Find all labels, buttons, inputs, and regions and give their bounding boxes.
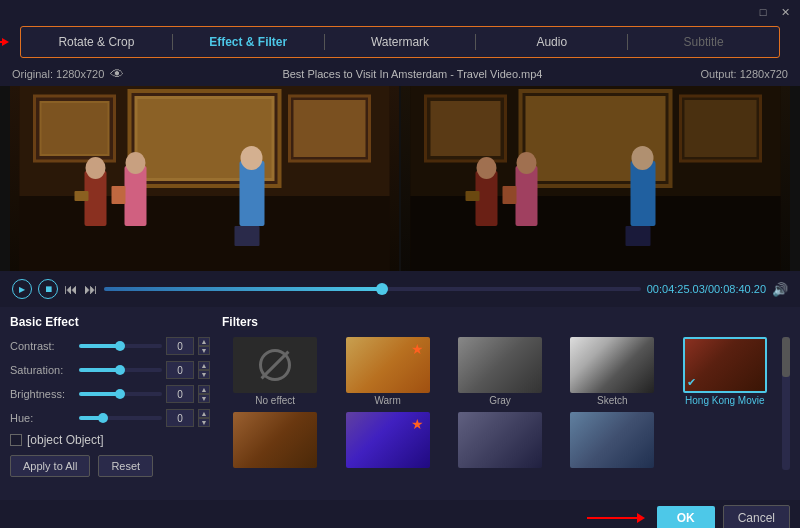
volume-icon[interactable]: 🔊 [772, 282, 788, 297]
r2f2-thumb: ★ [346, 412, 430, 468]
play-button[interactable]: ▶ [12, 279, 32, 299]
filter-r2f2[interactable]: ★ [334, 412, 440, 470]
filter-gray[interactable]: Gray [447, 337, 553, 406]
contrast-slider[interactable] [79, 344, 162, 348]
saturation-down[interactable]: ▼ [198, 370, 210, 379]
svg-rect-14 [125, 166, 147, 226]
svg-rect-10 [20, 196, 390, 271]
no-effect-label: No effect [255, 395, 295, 406]
scroll-thumb[interactable] [782, 337, 790, 377]
gray-label: Gray [489, 395, 511, 406]
progress-thumb [376, 283, 388, 295]
brightness-value[interactable]: 0 [166, 385, 194, 403]
brightness-up[interactable]: ▲ [198, 385, 210, 394]
sketch-label: Sketch [597, 395, 628, 406]
filter-warm[interactable]: ★ Warm [334, 337, 440, 406]
tabs-bar: Rotate & Crop Effect & Filter Watermark … [20, 26, 780, 58]
tab-rotate[interactable]: Rotate & Crop [21, 27, 172, 57]
contrast-thumb [115, 341, 125, 351]
gray-thumb [458, 337, 542, 393]
red-arrow-indicator [0, 38, 9, 46]
r2f4-thumb [570, 412, 654, 468]
brightness-down[interactable]: ▼ [198, 394, 210, 403]
svg-point-18 [241, 146, 263, 170]
contrast-up[interactable]: ▲ [198, 337, 210, 346]
contrast-value[interactable]: 0 [166, 337, 194, 355]
deinterlacing-checkbox[interactable] [10, 434, 22, 446]
original-info: Original: 1280x720 👁 [12, 66, 124, 82]
svg-point-33 [517, 152, 537, 174]
brightness-spinner[interactable]: ▲ ▼ [198, 385, 210, 403]
cancel-button[interactable]: Cancel [723, 505, 790, 528]
hue-up[interactable]: ▲ [198, 409, 210, 418]
filter-r2f1[interactable] [222, 412, 328, 470]
original-video-panel [10, 86, 399, 271]
prev-frame-button[interactable]: ⏮ [64, 281, 78, 297]
saturation-label: Saturation: [10, 364, 75, 376]
hue-slider[interactable] [79, 416, 162, 420]
next-frame-button[interactable]: ⏭ [84, 281, 98, 297]
svg-rect-28 [411, 196, 781, 271]
svg-rect-13 [75, 191, 89, 201]
contrast-down[interactable]: ▼ [198, 346, 210, 355]
brightness-thumb [115, 389, 125, 399]
sketch-thumb [570, 337, 654, 393]
hue-value[interactable]: 0 [166, 409, 194, 427]
scroll-track[interactable] [782, 337, 790, 470]
svg-rect-35 [631, 161, 656, 226]
warm-label: Warm [374, 395, 400, 406]
minimize-button[interactable]: □ [756, 5, 770, 19]
hue-row: Hue: 0 ▲ ▼ [10, 409, 210, 427]
tab-effect[interactable]: Effect & Filter [173, 27, 324, 57]
progress-bar[interactable] [104, 287, 641, 291]
video-info-bar: Original: 1280x720 👁 Best Places to Visi… [0, 62, 800, 86]
filter-r2f3[interactable] [447, 412, 553, 470]
tab-watermark[interactable]: Watermark [325, 27, 476, 57]
svg-point-36 [632, 146, 654, 170]
output-video-panel [401, 86, 790, 271]
filter-r2f4[interactable] [559, 412, 665, 470]
hue-down[interactable]: ▼ [198, 418, 210, 427]
output-video-frame [401, 86, 790, 271]
contrast-spinner[interactable]: ▲ ▼ [198, 337, 210, 355]
r2f1-thumb [233, 412, 317, 468]
filter-no-effect[interactable]: No effect [222, 337, 328, 406]
filters-title: Filters [222, 315, 790, 329]
deinterlacing-label: [object Object] [27, 433, 104, 447]
svg-point-12 [86, 157, 106, 179]
apply-to-all-button[interactable]: Apply to All [10, 455, 90, 477]
hue-label: Hue: [10, 412, 75, 424]
filter-hk-movie[interactable]: ✔ Hong Kong Movie [672, 337, 778, 406]
saturation-up[interactable]: ▲ [198, 361, 210, 370]
filter-sketch[interactable]: Sketch [559, 337, 665, 406]
video-area [0, 86, 800, 271]
svg-rect-32 [516, 166, 538, 226]
reset-button[interactable]: Reset [98, 455, 153, 477]
output-resolution: Output: 1280x720 [701, 68, 788, 80]
svg-rect-17 [240, 161, 265, 226]
stop-button[interactable]: ⏹ [38, 279, 58, 299]
tab-audio[interactable]: Audio [476, 27, 627, 57]
svg-rect-9 [294, 100, 366, 157]
saturation-spinner[interactable]: ▲ ▼ [198, 361, 210, 379]
arrow-head [637, 513, 645, 523]
bottom-panel: Basic Effect Contrast: 0 ▲ ▼ Saturation:… [0, 307, 800, 500]
red-arrow2-indicator [587, 513, 645, 523]
contrast-row: Contrast: 0 ▲ ▼ [10, 337, 210, 355]
saturation-slider[interactable] [79, 368, 162, 372]
svg-point-30 [477, 157, 497, 179]
hue-spinner[interactable]: ▲ ▼ [198, 409, 210, 427]
arrow-line [587, 517, 637, 519]
eye-icon[interactable]: 👁 [110, 66, 124, 82]
warm-star-icon: ★ [411, 341, 424, 357]
close-button[interactable]: ✕ [778, 5, 792, 19]
saturation-value[interactable]: 0 [166, 361, 194, 379]
warm-thumb: ★ [346, 337, 430, 393]
filters-panel: Filters No effect ★ Warm [222, 315, 790, 492]
no-effect-thumb [233, 337, 317, 393]
r2f2-star-icon: ★ [411, 416, 424, 432]
brightness-slider[interactable] [79, 392, 162, 396]
ok-button[interactable]: OK [657, 506, 715, 528]
saturation-row: Saturation: 0 ▲ ▼ [10, 361, 210, 379]
hk-movie-thumb: ✔ [683, 337, 767, 393]
